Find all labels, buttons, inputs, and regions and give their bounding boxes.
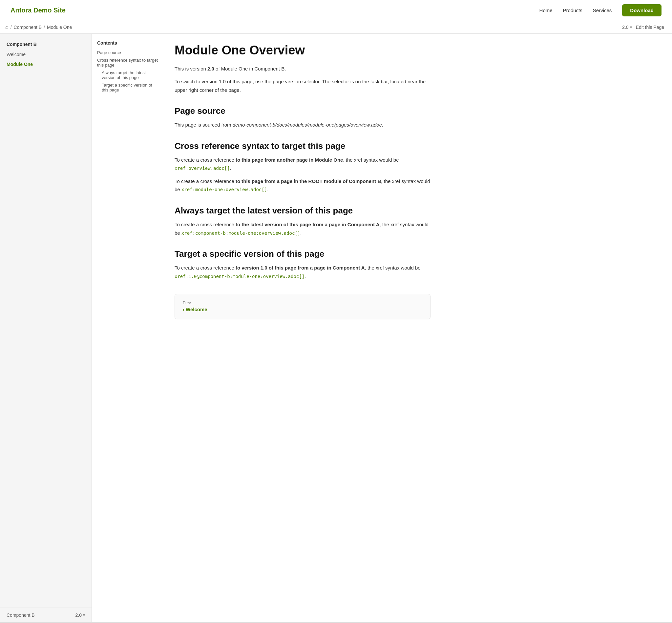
section4-heading: Target a specific version of this page [174, 249, 430, 259]
breadcrumb-left: ⌂ / Component B / Module One [5, 24, 72, 30]
sidebar-chevron-down-icon: ▾ [83, 613, 85, 617]
chevron-down-icon: ▾ [630, 25, 632, 30]
prev-nav-item: Prev ‹Welcome [183, 301, 422, 313]
section1-paragraph: This page is sourced from demo-component… [174, 121, 430, 129]
intro-paragraph-2: To switch to version 1.0 of this page, u… [174, 78, 430, 94]
xref-1: xref:overview.adoc[] [174, 166, 230, 171]
section4-paragraph-1: To create a cross reference to version 1… [174, 264, 430, 280]
toc-item-always-target[interactable]: Always target the latest version of this… [97, 69, 159, 81]
section3-heading: Always target the latest version of this… [174, 206, 430, 216]
toc-panel: Contents Page source Cross reference syn… [92, 34, 164, 622]
breadcrumb-bar: ⌂ / Component B / Module One 2.0 ▾ Edit … [0, 21, 672, 34]
section2-paragraph-1: To create a cross reference to this page… [174, 156, 430, 173]
sidebar-item-welcome[interactable]: Welcome [0, 50, 91, 59]
xref-4: xref:1.0@component-b:module-one:overview… [174, 274, 305, 279]
sidebar: Component B Welcome Module One Component… [0, 34, 92, 622]
sidebar-version-number: 2.0 [76, 613, 82, 618]
section2-heading: Cross reference syntax to target this pa… [174, 141, 430, 151]
page-navigation: Prev ‹Welcome [174, 294, 430, 319]
page-title: Module One Overview [174, 43, 430, 58]
breadcrumb-right: 2.0 ▾ Edit this Page [622, 25, 664, 30]
section3-paragraph-1: To create a cross reference to the lates… [174, 220, 430, 237]
sidebar-item-module-one[interactable]: Module One [0, 59, 91, 69]
download-button[interactable]: Download [622, 4, 662, 17]
prev-arrow-icon: ‹ [183, 306, 185, 312]
site-title[interactable]: Antora Demo Site [10, 6, 66, 14]
sidebar-nav: Component B Welcome Module One [0, 34, 91, 75]
version-number: 2.0 [622, 25, 628, 30]
nav-services[interactable]: Services [593, 7, 612, 13]
xref-3: xref:component-b:module-one:overview.ado… [181, 231, 300, 236]
prev-link[interactable]: ‹Welcome [183, 306, 207, 312]
sidebar-footer-component: Component B [6, 613, 35, 618]
breadcrumb-page: Module One [47, 25, 72, 30]
top-nav: Home Products Services Download [539, 4, 662, 17]
xref-2: xref:module-one:overview.adoc[] [181, 187, 267, 192]
nav-products[interactable]: Products [563, 7, 582, 13]
sidebar-footer: Component B 2.0 ▾ [0, 607, 91, 622]
toc-item-cross-reference[interactable]: Cross reference syntax to target this pa… [97, 56, 159, 69]
site-header: Antora Demo Site Home Products Services … [0, 0, 672, 21]
prev-label: Prev [183, 301, 422, 305]
section2-paragraph-2: To create a cross reference to this page… [174, 177, 430, 194]
intro-paragraph-1: This is version 2.0 of Module One in Com… [174, 65, 430, 73]
nav-home[interactable]: Home [539, 7, 553, 13]
sidebar-component-title: Component B [0, 39, 91, 50]
breadcrumb-component[interactable]: Component B [14, 25, 42, 30]
edit-page-link[interactable]: Edit this Page [636, 25, 664, 30]
version-selector[interactable]: 2.0 ▾ [622, 25, 632, 30]
sidebar-footer-version[interactable]: 2.0 ▾ [76, 613, 85, 618]
section1-heading: Page source [174, 106, 430, 116]
toc-title: Contents [97, 40, 159, 46]
toc-item-page-source[interactable]: Page source [97, 49, 159, 56]
toc-item-specific-version[interactable]: Target a specific version of this page [97, 81, 159, 94]
main-content: Module One Overview This is version 2.0 … [164, 34, 446, 622]
home-icon[interactable]: ⌂ [5, 24, 8, 30]
page-layout: Component B Welcome Module One Component… [0, 34, 672, 622]
